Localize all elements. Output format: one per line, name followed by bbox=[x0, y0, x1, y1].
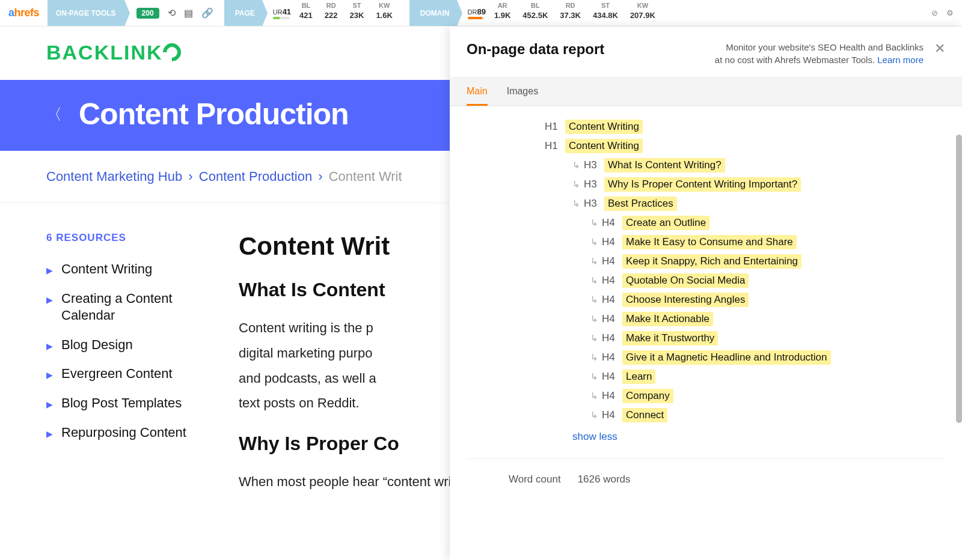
domain-st: ST434.8K bbox=[587, 0, 624, 26]
outline-tag: H4 bbox=[602, 236, 622, 248]
sidebar-item[interactable]: ▶Blog Post Templates bbox=[46, 395, 221, 412]
panel-header: On-page data report Monitor your website… bbox=[450, 26, 962, 78]
tab-main[interactable]: Main bbox=[467, 78, 488, 106]
scrollbar[interactable] bbox=[956, 135, 962, 423]
wc-label: Word count bbox=[509, 473, 561, 485]
tab-images[interactable]: Images bbox=[507, 78, 538, 106]
notes-icon[interactable]: ▤ bbox=[184, 7, 193, 19]
hero-title: Content Production bbox=[79, 97, 349, 132]
outline-tag: H4 bbox=[602, 255, 622, 267]
outline-tag: H4 bbox=[602, 275, 622, 287]
domain-label[interactable]: DOMAIN bbox=[409, 0, 457, 26]
ahrefs-logo[interactable]: ahrefs bbox=[0, 0, 47, 26]
outline-row: H4Connect bbox=[590, 408, 945, 422]
outline-tag: H4 bbox=[602, 217, 622, 229]
outline-row: H4Make It Actionable bbox=[590, 312, 945, 326]
sidebar-item[interactable]: ▶Evergreen Content bbox=[46, 365, 221, 383]
outline-tag: H4 bbox=[602, 332, 622, 344]
outline-text: Best Practices bbox=[604, 196, 677, 211]
outline-tag: H3 bbox=[584, 178, 604, 190]
crumb-hub[interactable]: Content Marketing Hub bbox=[46, 169, 182, 184]
triangle-icon: ▶ bbox=[46, 370, 53, 380]
outline-row: H4Create an Outline bbox=[590, 216, 945, 230]
outline-row: H1Content Writing bbox=[545, 120, 945, 134]
outline-tag: H4 bbox=[602, 352, 622, 364]
wc-value: 1626 words bbox=[578, 473, 631, 485]
outline-text: Make It Easy to Consume and Share bbox=[622, 235, 797, 249]
sidebar-item[interactable]: ▶Blog Design bbox=[46, 336, 221, 354]
outline-row: H4Learn bbox=[590, 370, 945, 384]
link-icon[interactable]: 🔗 bbox=[201, 7, 213, 19]
outline-row: H4Give it a Magnetic Headline and Introd… bbox=[590, 350, 945, 365]
onpage-tools-chip[interactable]: ON-PAGE TOOLS bbox=[47, 0, 124, 26]
resources-heading: 6 RESOURCES bbox=[46, 232, 221, 244]
outline-tag: H1 bbox=[545, 140, 565, 152]
broken-link-icon[interactable]: ⟲ bbox=[168, 7, 176, 19]
outline-text: Why Is Proper Content Writing Important? bbox=[604, 177, 801, 192]
domain-bl: BL452.5K bbox=[516, 0, 554, 26]
ur-label: UR bbox=[273, 8, 283, 16]
triangle-icon: ▶ bbox=[46, 341, 53, 352]
onpage-panel: On-page data report Monitor your website… bbox=[450, 26, 962, 560]
outline-text: Keep it Snappy, Rich and Entertaining bbox=[622, 254, 801, 269]
outline-tag: H3 bbox=[584, 198, 604, 210]
sidebar-item[interactable]: ▶Creating a Content Calendar bbox=[46, 290, 221, 324]
page-st: ST23K bbox=[344, 0, 370, 26]
outline-text: Make it Trustworthy bbox=[622, 331, 718, 345]
page-bl: BL421 bbox=[293, 0, 319, 26]
outline-row: H3What Is Content Writing? bbox=[572, 158, 945, 172]
outline-text: Company bbox=[622, 389, 673, 403]
sidebar-item[interactable]: ▶Content Writing bbox=[46, 261, 221, 278]
resources-list: ▶Content Writing ▶Creating a Content Cal… bbox=[46, 261, 221, 441]
outline-row: H4Choose Interesting Angles bbox=[590, 293, 945, 307]
page-rd: RD222 bbox=[319, 0, 344, 26]
outline-text: What Is Content Writing? bbox=[604, 158, 725, 172]
outline-text: Content Writing bbox=[565, 120, 643, 134]
outline-tag: H4 bbox=[602, 390, 622, 402]
outline-row: H4Make it Trustworthy bbox=[590, 331, 945, 345]
show-less-link[interactable]: show less bbox=[572, 431, 945, 443]
crumb-sep: › bbox=[188, 169, 192, 184]
status-badge: 200 bbox=[136, 8, 159, 19]
page-kw: KW1.6K bbox=[370, 0, 398, 26]
outline-row: H3Why Is Proper Content Writing Importan… bbox=[572, 177, 945, 192]
outline-row: H3Best Practices bbox=[572, 196, 945, 211]
back-icon[interactable]: 〈 bbox=[46, 104, 62, 125]
ahrefs-toolbar: ahrefs ON-PAGE TOOLS 200 ⟲ ▤ 🔗 PAGE UR41… bbox=[0, 0, 962, 26]
triangle-icon: ▶ bbox=[46, 265, 53, 276]
page-section: PAGE UR41 BL421 RD222 ST23K KW1.6K bbox=[224, 0, 399, 26]
domain-section: DOMAIN DR89 AR1.9K BL452.5K RD37.3K ST43… bbox=[409, 0, 661, 26]
headings-outline: H1Content WritingH1Content WritingH3What… bbox=[545, 120, 945, 422]
outline-text: Give it a Magnetic Headline and Introduc… bbox=[622, 350, 831, 365]
backlinko-logo[interactable]: BACKLINK bbox=[46, 41, 181, 64]
outline-row: H4Quotable On Social Media bbox=[590, 273, 945, 288]
outline-text: Content Writing bbox=[565, 139, 643, 153]
dr-label: DR bbox=[468, 8, 477, 16]
outline-text: Learn bbox=[622, 370, 655, 384]
outline-text: Create an Outline bbox=[622, 216, 709, 230]
sidebar: 6 RESOURCES ▶Content Writing ▶Creating a… bbox=[46, 232, 239, 511]
crumb-current: Content Writ bbox=[329, 169, 402, 184]
close-icon[interactable]: ✕ bbox=[934, 41, 945, 56]
sidebar-item[interactable]: ▶Repurposing Content bbox=[46, 424, 221, 442]
gear-icon[interactable]: ⚙ bbox=[946, 8, 954, 17]
ur-value: 41 bbox=[283, 7, 291, 16]
outline-text: Quotable On Social Media bbox=[622, 273, 749, 288]
panel-tabs: Main Images bbox=[450, 78, 962, 106]
domain-kw: KW207.9K bbox=[624, 0, 661, 26]
learn-more-link[interactable]: Learn more bbox=[877, 55, 924, 65]
crumb-sep: › bbox=[318, 169, 322, 184]
outline-text: Make It Actionable bbox=[622, 312, 713, 326]
panel-body: H1Content WritingH1Content WritingH3What… bbox=[450, 106, 962, 560]
triangle-icon: ▶ bbox=[46, 294, 53, 305]
dr-value: 89 bbox=[477, 7, 485, 16]
page-label[interactable]: PAGE bbox=[224, 0, 262, 26]
triangle-icon: ▶ bbox=[46, 399, 53, 410]
crumb-prod[interactable]: Content Production bbox=[199, 169, 312, 184]
block-icon[interactable]: ⊘ bbox=[931, 8, 938, 17]
outline-row: H4Make It Easy to Consume and Share bbox=[590, 235, 945, 249]
outline-tag: H4 bbox=[602, 409, 622, 421]
outline-row: H1Content Writing bbox=[545, 139, 945, 153]
promo-text: Monitor your website's SEO Health and Ba… bbox=[715, 41, 924, 66]
domain-ar: AR1.9K bbox=[488, 0, 516, 26]
